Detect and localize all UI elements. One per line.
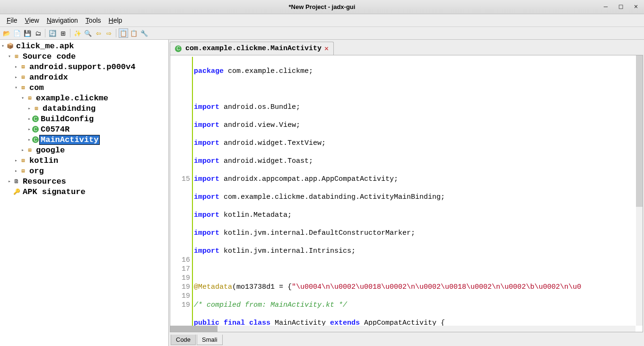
- tree-pkg-example[interactable]: ▾example.clickme: [0, 93, 168, 103]
- tree-cls-c0574r[interactable]: ▸CC0574R: [0, 124, 168, 134]
- maximize-button[interactable]: □: [618, 3, 624, 9]
- package-icon: [19, 73, 27, 81]
- package-icon: [26, 94, 34, 102]
- open-file-icon[interactable]: 📂: [2, 28, 11, 38]
- package-icon: [12, 52, 21, 61]
- package-icon: [19, 167, 27, 175]
- tree-pkg-databinding[interactable]: ▸databinding: [0, 103, 168, 114]
- settings-icon[interactable]: 🔧: [139, 28, 149, 38]
- vertical-scrollbar[interactable]: [636, 55, 643, 326]
- apk-icon: 📦: [6, 42, 14, 50]
- tree-apk[interactable]: ▾📦click_me.apk: [0, 41, 168, 51]
- deobfuscate-icon[interactable]: 📋: [119, 28, 128, 38]
- line-gutter: 15161719191919: [172, 57, 193, 330]
- tree-pkg-org[interactable]: ▸org: [0, 166, 168, 176]
- toolbar: 📂 📄 💾 🗂 🔄 ⊞ ✨ 🔍 ⇦ ⇨ 📋 📋 🔧: [0, 27, 644, 40]
- menu-tools[interactable]: Tools: [82, 15, 105, 26]
- tree-cls-mainactivity[interactable]: ▸CMainActivity: [0, 134, 168, 145]
- wand-icon[interactable]: ✨: [73, 28, 82, 38]
- separator: [45, 29, 45, 37]
- window-buttons: ‒ □ ✕: [602, 3, 639, 9]
- menu-navigation[interactable]: Navigation: [43, 15, 82, 26]
- code-content[interactable]: package com.example.clickme; import andr…: [193, 57, 641, 330]
- package-icon: [32, 104, 41, 113]
- horizontal-scrollbar[interactable]: [170, 326, 635, 332]
- class-icon: C: [175, 45, 182, 52]
- back-icon[interactable]: ⇦: [94, 28, 103, 38]
- tree-cls-buildconfig[interactable]: ▸CBuildConfig: [0, 114, 168, 124]
- tree-resources[interactable]: ▸🗎Resources: [0, 176, 168, 186]
- tab-smali[interactable]: Smali: [197, 335, 223, 345]
- log-icon[interactable]: 📋: [129, 28, 139, 38]
- sync-icon[interactable]: 🔄: [48, 28, 57, 38]
- code-area[interactable]: 15161719191919 package com.example.click…: [172, 57, 641, 330]
- tree-apk-signature[interactable]: 🔑APK signature: [0, 186, 168, 197]
- menubar: File View Navigation Tools Help: [0, 14, 644, 27]
- tree-icon[interactable]: ⊞: [58, 28, 68, 38]
- save-all-icon[interactable]: 🗂: [33, 28, 43, 38]
- package-icon: [19, 62, 27, 71]
- tree-pkg-androidx[interactable]: ▸androidx: [0, 72, 168, 82]
- view-tabs: Code Smali: [170, 334, 643, 346]
- tab-code[interactable]: Code: [171, 335, 196, 345]
- separator: [116, 29, 116, 37]
- class-icon: C: [32, 115, 39, 122]
- menu-help[interactable]: Help: [105, 15, 126, 26]
- editor-panel: C com.example.clickme.MainActivity ✕ 151…: [169, 40, 644, 346]
- tree-pkg-kotlin[interactable]: ▸kotlin: [0, 155, 168, 166]
- key-icon: 🔑: [12, 187, 21, 196]
- minimize-button[interactable]: ‒: [602, 3, 609, 9]
- editor-container: 15161719191919 package com.example.click…: [170, 55, 643, 332]
- resources-icon: 🗎: [12, 177, 21, 186]
- separator: [70, 29, 70, 37]
- tree-pkg-com[interactable]: ▾com: [0, 82, 168, 93]
- add-file-icon[interactable]: 📄: [12, 28, 22, 38]
- tree-pkg-support[interactable]: ▸android.support.p000v4: [0, 62, 168, 72]
- menu-view[interactable]: View: [21, 15, 43, 26]
- menu-file[interactable]: File: [3, 15, 21, 26]
- package-icon: [26, 146, 34, 154]
- file-tabs: C com.example.clickme.MainActivity ✕: [170, 42, 643, 55]
- titlebar: *New Project - jadx-gui ‒ □ ✕: [0, 0, 644, 14]
- tab-label: com.example.clickme.MainActivity: [185, 44, 322, 53]
- forward-icon[interactable]: ⇨: [104, 28, 113, 38]
- package-icon: [19, 156, 27, 165]
- search-icon[interactable]: 🔍: [83, 28, 93, 38]
- class-icon: C: [32, 136, 39, 143]
- close-tab-icon[interactable]: ✕: [324, 44, 329, 53]
- tree-source[interactable]: ▾Source code: [0, 51, 168, 62]
- workspace: ▾📦click_me.apk ▾Source code ▸android.sup…: [0, 40, 644, 346]
- close-button[interactable]: ✕: [633, 3, 639, 9]
- tree-pkg-google[interactable]: ▸google: [0, 145, 168, 155]
- class-icon: C: [32, 126, 39, 133]
- tree-panel: ▾📦click_me.apk ▾Source code ▸android.sup…: [0, 40, 169, 346]
- window-title: *New Project - jadx-gui: [289, 3, 356, 10]
- package-icon: [19, 83, 27, 92]
- tab-mainactivity[interactable]: C com.example.clickme.MainActivity ✕: [170, 42, 334, 55]
- project-tree: ▾📦click_me.apk ▾Source code ▸android.sup…: [0, 41, 168, 197]
- save-icon[interactable]: 💾: [23, 28, 32, 38]
